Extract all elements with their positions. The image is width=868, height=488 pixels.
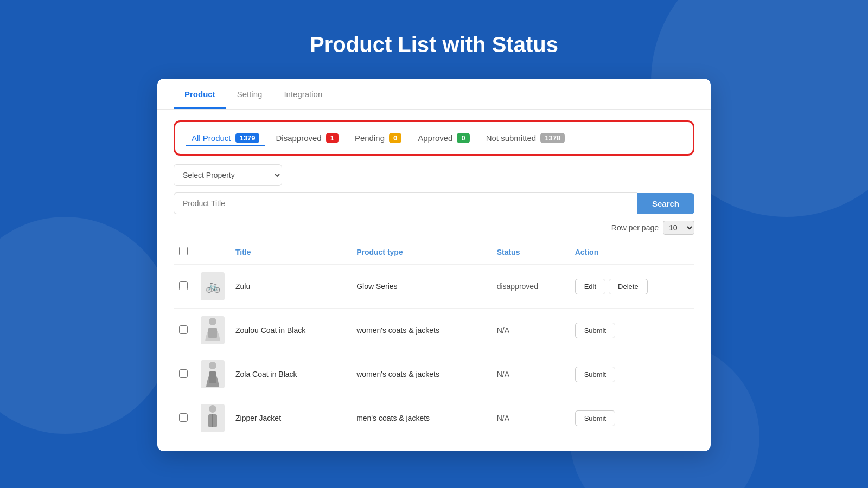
action-buttons: Submit (575, 323, 689, 338)
row-checkbox[interactable] (179, 281, 188, 290)
filter-tab-pending[interactable]: Pending 0 (349, 130, 407, 146)
product-title: Zulu (235, 282, 250, 291)
row-per-page-label: Row per page (611, 223, 659, 232)
filter-tab-all-label: All Product (192, 133, 231, 143)
row-image-cell (195, 309, 230, 352)
row-action-cell: Submit (570, 352, 694, 396)
tab-setting[interactable]: Setting (226, 79, 273, 109)
filter-tab-disapproved[interactable]: Disapproved 1 (270, 130, 343, 146)
svg-rect-1 (208, 328, 217, 338)
product-type: men's coats & jackets (356, 414, 430, 422)
product-type: women's coats & jackets (356, 370, 439, 378)
product-table: Title Product type Status Action (174, 240, 694, 440)
filter-tabs-highlight: All Product 1379 Disapproved 1 Pending 0… (174, 120, 694, 156)
row-checkbox[interactable] (179, 413, 188, 422)
status-badge: disapproved (497, 282, 538, 291)
select-property-wrapper: Select Property (174, 164, 282, 186)
col-image (195, 240, 230, 264)
svg-rect-3 (209, 371, 216, 383)
product-thumbnail (201, 360, 225, 388)
filter-tab-pending-label: Pending (355, 133, 385, 143)
filter-tab-disapproved-label: Disapproved (276, 133, 321, 143)
delete-button[interactable]: Delete (609, 279, 648, 294)
row-per-page-row: Row per page 10 25 50 100 (157, 214, 711, 235)
row-action-cell: Edit Delete (570, 264, 694, 309)
search-input[interactable] (174, 192, 637, 214)
table-row: Zola Coat in Black women's coats & jacke… (174, 352, 694, 396)
person-icon (203, 361, 222, 388)
svg-point-4 (209, 405, 216, 413)
product-type: Glow Series (356, 282, 397, 291)
main-card: Product Setting Integration All Product … (157, 79, 711, 451)
col-title: Title (230, 240, 351, 264)
rows-per-page-select[interactable]: 10 25 50 100 (663, 221, 694, 235)
action-buttons: Submit (575, 410, 689, 426)
row-type-cell: women's coats & jackets (351, 352, 492, 396)
row-title-cell: Zipper Jacket (230, 396, 351, 440)
filter-tab-approved-badge: 0 (457, 133, 469, 143)
product-table-container: Title Product type Status Action (157, 240, 711, 451)
row-title-cell: Zulu (230, 264, 351, 309)
row-checkbox[interactable] (179, 325, 188, 334)
bike-icon: 🚲 (206, 279, 220, 293)
col-action: Action (570, 240, 694, 264)
table-row: Zipper Jacket men's coats & jackets N/A … (174, 396, 694, 440)
table-row: Zoulou Coat in Black women's coats & jac… (174, 309, 694, 352)
row-checkbox-cell (174, 264, 195, 309)
col-status: Status (492, 240, 570, 264)
status-badge: N/A (497, 370, 509, 378)
filter-section: All Product 1379 Disapproved 1 Pending 0… (157, 110, 711, 156)
filter-tab-not-submitted[interactable]: Not submitted 1378 (481, 130, 570, 146)
product-thumbnail (201, 316, 225, 344)
status-badge: N/A (497, 326, 509, 335)
row-type-cell: Glow Series (351, 264, 492, 309)
row-image-cell (195, 396, 230, 440)
row-title-cell: Zola Coat in Black (230, 352, 351, 396)
row-title-cell: Zoulou Coat in Black (230, 309, 351, 352)
select-all-checkbox[interactable] (179, 247, 188, 255)
row-type-cell: women's coats & jackets (351, 309, 492, 352)
edit-button[interactable]: Edit (575, 279, 605, 294)
row-status-cell: disapproved (492, 264, 570, 309)
tabs-header: Product Setting Integration (157, 79, 711, 110)
product-title: Zoulou Coat in Black (235, 326, 305, 335)
filter-tab-approved-label: Approved (418, 133, 452, 143)
filter-tab-approved[interactable]: Approved 0 (412, 130, 475, 146)
row-status-cell: N/A (492, 396, 570, 440)
product-type: women's coats & jackets (356, 326, 439, 335)
tab-product[interactable]: Product (174, 79, 226, 109)
table-header-row: Title Product type Status Action (174, 240, 694, 264)
row-type-cell: men's coats & jackets (351, 396, 492, 440)
filter-tab-all-badge: 1379 (235, 133, 260, 143)
page-title: Product List with Status (0, 0, 868, 79)
row-action-cell: Submit (570, 309, 694, 352)
submit-button[interactable]: Submit (575, 410, 615, 426)
product-title: Zola Coat in Black (235, 370, 297, 378)
row-checkbox-cell (174, 309, 195, 352)
product-thumbnail: 🚲 (201, 272, 225, 300)
filter-tab-pending-badge: 0 (389, 133, 401, 143)
select-property[interactable]: Select Property (174, 165, 282, 185)
row-checkbox-cell (174, 396, 195, 440)
row-image-cell (195, 352, 230, 396)
svg-point-2 (209, 362, 216, 369)
row-action-cell: Submit (570, 396, 694, 440)
search-bar-row: Search (157, 186, 711, 214)
filter-tab-not-submitted-badge: 1378 (540, 133, 565, 143)
col-checkbox (174, 240, 195, 264)
row-checkbox-cell (174, 352, 195, 396)
status-badge: N/A (497, 414, 509, 422)
person-icon (203, 317, 222, 344)
col-product-type: Product type (351, 240, 492, 264)
action-buttons: Edit Delete (575, 279, 689, 294)
search-button[interactable]: Search (637, 193, 694, 214)
filter-tab-all[interactable]: All Product 1379 (186, 130, 265, 146)
tab-integration[interactable]: Integration (273, 79, 333, 109)
product-thumbnail (201, 404, 225, 432)
action-buttons: Submit (575, 367, 689, 382)
submit-button[interactable]: Submit (575, 323, 615, 338)
row-checkbox[interactable] (179, 369, 188, 378)
person-icon (203, 404, 222, 432)
svg-point-0 (209, 318, 216, 325)
submit-button[interactable]: Submit (575, 367, 615, 382)
